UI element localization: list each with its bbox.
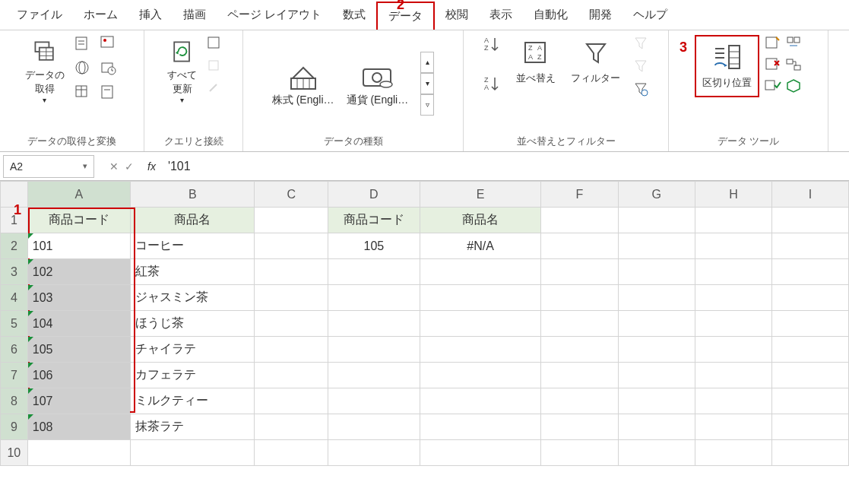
cell[interactable] (541, 363, 618, 388)
cell[interactable] (328, 414, 420, 440)
clear-filter-icon[interactable] (632, 35, 649, 52)
currency-type-button[interactable]: 通貨 (Engli… (347, 60, 409, 107)
tab-insert[interactable]: 挿入 (128, 2, 173, 28)
sort-desc-icon[interactable]: ZA (483, 74, 504, 96)
row-header[interactable]: 7 (1, 363, 28, 388)
cell[interactable] (772, 233, 849, 259)
cell[interactable] (255, 259, 328, 285)
tab-formulas[interactable]: 数式 (332, 2, 376, 28)
existing-conn-icon[interactable] (100, 84, 116, 100)
cell[interactable] (541, 233, 618, 259)
cell[interactable] (420, 285, 541, 311)
reapply-icon[interactable] (632, 58, 649, 74)
cell[interactable] (618, 259, 695, 285)
cell[interactable] (772, 285, 849, 311)
cell[interactable] (255, 311, 328, 337)
text-to-columns-button[interactable]: 区切り位置 (699, 40, 755, 93)
cell[interactable] (695, 440, 771, 466)
tab-review[interactable]: 校閲 (435, 2, 479, 28)
cell[interactable] (541, 259, 618, 285)
remove-dup-icon[interactable] (764, 56, 781, 73)
properties-icon[interactable] (206, 58, 223, 74)
cell[interactable]: 紅茶 (131, 259, 255, 285)
row-header[interactable]: 8 (1, 388, 28, 414)
cell[interactable]: 106 (27, 363, 130, 388)
cell[interactable] (328, 363, 420, 388)
cell[interactable]: カフェラテ (131, 363, 255, 388)
scroll-up-icon[interactable]: ▴ (420, 52, 434, 73)
cell[interactable] (255, 414, 328, 440)
cell[interactable] (541, 440, 618, 466)
cell[interactable] (695, 414, 771, 440)
cell[interactable] (255, 285, 328, 311)
data-model-icon[interactable] (785, 78, 802, 94)
col-header[interactable]: H (695, 182, 771, 208)
cell[interactable] (27, 440, 130, 466)
cell[interactable] (618, 311, 695, 337)
cell[interactable] (420, 414, 541, 440)
cell[interactable] (255, 388, 328, 414)
cell[interactable] (695, 233, 771, 259)
row-header[interactable]: 2 (1, 233, 28, 259)
col-header[interactable]: D (328, 182, 420, 208)
row-header[interactable]: 9 (1, 414, 28, 440)
row-header[interactable]: 6 (1, 337, 28, 363)
cell[interactable] (695, 337, 771, 363)
cell[interactable] (772, 337, 849, 363)
from-web-icon[interactable] (74, 59, 90, 76)
cell[interactable]: 101 (27, 233, 130, 259)
cell[interactable] (695, 285, 771, 311)
refresh-all-button[interactable]: すべて 更新 ▾ (164, 35, 200, 107)
chevron-down-icon[interactable]: ▾ (83, 161, 87, 171)
cell[interactable] (255, 337, 328, 363)
cell[interactable] (618, 208, 695, 233)
cell[interactable] (420, 337, 541, 363)
edit-links-icon[interactable] (206, 81, 223, 97)
tab-help[interactable]: ヘルプ (622, 2, 678, 28)
cell[interactable]: 108 (27, 414, 130, 440)
tab-data[interactable]: データ (376, 2, 435, 30)
tab-developer[interactable]: 開発 (578, 2, 622, 28)
cell[interactable]: ほうじ茶 (131, 311, 255, 337)
cell[interactable] (618, 337, 695, 363)
cell[interactable] (328, 259, 420, 285)
tab-draw[interactable]: 描画 (173, 2, 217, 28)
col-header[interactable]: B (131, 182, 255, 208)
grid-table[interactable]: A B C D E F G H I 1 商品コード 商品名 商品コード 商品名 … (0, 181, 849, 466)
cell[interactable] (328, 311, 420, 337)
cell[interactable] (131, 440, 255, 466)
sort-button[interactable]: ZAAZ 並べ替え (513, 35, 559, 88)
flash-fill-icon[interactable] (764, 35, 781, 52)
cell[interactable]: コーヒー (131, 233, 255, 259)
from-table-icon[interactable] (74, 84, 90, 100)
col-header[interactable]: C (255, 182, 328, 208)
cell[interactable] (772, 259, 849, 285)
fx-icon[interactable]: fx (147, 160, 156, 173)
cell[interactable]: 105 (27, 337, 130, 363)
cell[interactable] (618, 440, 695, 466)
cell[interactable]: ジャスミン茶 (131, 285, 255, 311)
formula-input[interactable]: '101 (162, 158, 846, 175)
cell[interactable] (420, 311, 541, 337)
cell[interactable]: チャイラテ (131, 337, 255, 363)
cell[interactable] (541, 285, 618, 311)
col-header[interactable]: E (420, 182, 541, 208)
row-header[interactable]: 5 (1, 311, 28, 337)
name-box[interactable]: A2 ▾ (3, 155, 94, 178)
confirm-icon[interactable]: ✓ (125, 160, 134, 173)
expand-icon[interactable]: ▿ (420, 94, 434, 116)
cell[interactable] (420, 363, 541, 388)
stock-type-button[interactable]: 株式 (Engli… (272, 60, 334, 107)
cell[interactable]: 103 (27, 285, 130, 311)
cell[interactable] (618, 233, 695, 259)
consolidate-icon[interactable] (785, 35, 802, 52)
cell[interactable] (772, 388, 849, 414)
cell[interactable] (695, 363, 771, 388)
tab-page-layout[interactable]: ページ レイアウト (217, 2, 332, 28)
scroll-down-icon[interactable]: ▾ (420, 73, 434, 94)
cell[interactable] (255, 363, 328, 388)
cell[interactable] (695, 208, 771, 233)
col-header[interactable]: A (27, 182, 130, 208)
cell[interactable] (541, 337, 618, 363)
cell[interactable] (328, 388, 420, 414)
